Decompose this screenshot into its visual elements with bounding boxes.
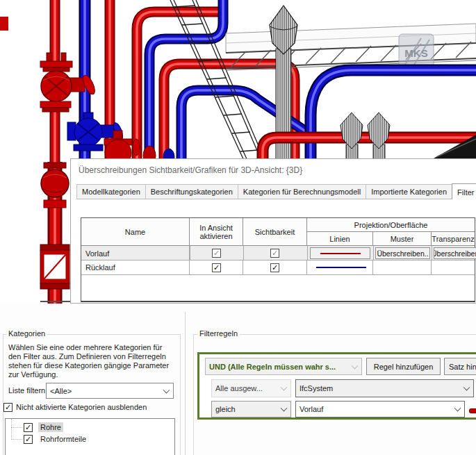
vorlauf-transparency-override-button[interactable]: Überschreiben..: [434, 247, 476, 259]
filters-table: Name In Ansicht aktivieren Sichtbarkeit …: [81, 217, 475, 302]
tab-filter[interactable]: Filter: [452, 183, 476, 199]
vorlauf-lines-button[interactable]: [310, 247, 370, 259]
remove-rule-icon[interactable]: [470, 409, 476, 413]
list-item[interactable]: ✓ Rohre: [24, 422, 63, 432]
col-header-transparency: Transparenz: [432, 232, 475, 246]
watermark-text: MKS: [404, 47, 427, 59]
rule-operator-combobox[interactable]: gleich: [211, 401, 291, 417]
add-rule-button[interactable]: Regel hinzufügen: [366, 358, 441, 375]
col-header-in-view: In Ansicht aktivieren: [190, 218, 243, 246]
row-ruecklauf-name[interactable]: Rücklauf: [81, 260, 190, 275]
vorlauf-pattern-override-button[interactable]: Überschreiben..: [375, 247, 430, 259]
vorlauf-in-view-checkbox[interactable]: ✓: [212, 249, 221, 258]
filter-dialog-panel: Kategorien Wählen Sie eine oder mehrere …: [0, 304, 476, 455]
tab-strip: Modellkategorien Beschriftungskategorien…: [76, 182, 476, 199]
pipe-red-edge: [0, 17, 8, 31]
vorlauf-visibility-checkbox[interactable]: ✓: [270, 249, 279, 258]
row-vorlauf-name[interactable]: Vorlauf: [81, 246, 190, 260]
chevron-down-icon: [281, 405, 288, 412]
left-strip-pipe: [40, 162, 69, 304]
pipe-blue-right: [311, 70, 476, 162]
tab-importierte-kategorien[interactable]: Importierte Kategorien: [366, 184, 452, 199]
col-header-pattern: Muster: [373, 232, 432, 246]
col-header-visibility: Sichtbarkeit: [243, 218, 307, 246]
add-set-button[interactable]: Satz hinzufügen: [444, 358, 476, 375]
rule-combinator-combobox[interactable]: UND (Alle Regeln müssen wahr s...: [205, 358, 362, 375]
list-filter-label: Liste filtern:: [8, 386, 47, 395]
col-header-lines: Linien: [307, 232, 373, 246]
category-rohrformteile[interactable]: Rohrformteile: [38, 434, 88, 444]
list-item[interactable]: ✓ Rohrformteile: [24, 434, 88, 444]
categories-listbox[interactable]: ✓ Rohre ✓ Rohrformteile: [5, 418, 175, 455]
ruecklauf-in-view-checkbox[interactable]: ✓: [212, 263, 221, 272]
hide-unchecked-label: Nicht aktivierte Kategorien ausblenden: [16, 403, 147, 411]
rules-group-label: Filterregeln: [197, 329, 240, 338]
rule-parameter-combobox[interactable]: IfcSystem: [295, 379, 474, 397]
chevron-down-icon: [163, 386, 170, 393]
category-rohre[interactable]: Rohre: [38, 422, 63, 432]
rohre-checkbox[interactable]: ✓: [24, 423, 33, 432]
rohrformteile-checkbox[interactable]: ✓: [24, 435, 33, 444]
ruecklauf-visibility-checkbox[interactable]: ✓: [270, 263, 279, 272]
chevron-down-icon: [463, 384, 470, 391]
categories-description: Wählen Sie eine oder mehrere Kategorien …: [8, 343, 176, 379]
col-header-name: Name: [81, 218, 190, 246]
tab-beschriftungskategorien[interactable]: Beschriftungskategorien: [145, 184, 238, 199]
col-header-projection: Projektion/Oberfläche: [307, 218, 475, 232]
rule-value-combobox[interactable]: Vorlauf: [295, 401, 465, 417]
categories-group-label: Kategorien: [6, 329, 47, 338]
vorlauf-line-sample: [320, 253, 361, 254]
chevron-down-icon: [352, 362, 359, 369]
rule-scope-combobox[interactable]: Alle ausgew...: [211, 379, 291, 397]
tab-kategorien-berechnungsmodell[interactable]: Kategorien für Berechnungsmodell: [238, 184, 366, 199]
list-filter-combobox[interactable]: <Alle>: [46, 383, 174, 399]
dialog-title: Überschreibungen Sichtbarkeit/Grafiken f…: [79, 165, 302, 175]
chevron-down-icon: [281, 384, 288, 391]
tab-modellkategorien[interactable]: Modellkategorien: [76, 184, 146, 199]
panel-splitter[interactable]: [185, 312, 186, 455]
hide-unchecked-checkbox[interactable]: ✓: [3, 403, 13, 412]
chevron-down-icon: [454, 405, 461, 412]
ruecklauf-line-sample[interactable]: [316, 267, 366, 268]
visibility-graphics-dialog: Überschreibungen Sichtbarkeit/Grafiken f…: [70, 158, 476, 304]
